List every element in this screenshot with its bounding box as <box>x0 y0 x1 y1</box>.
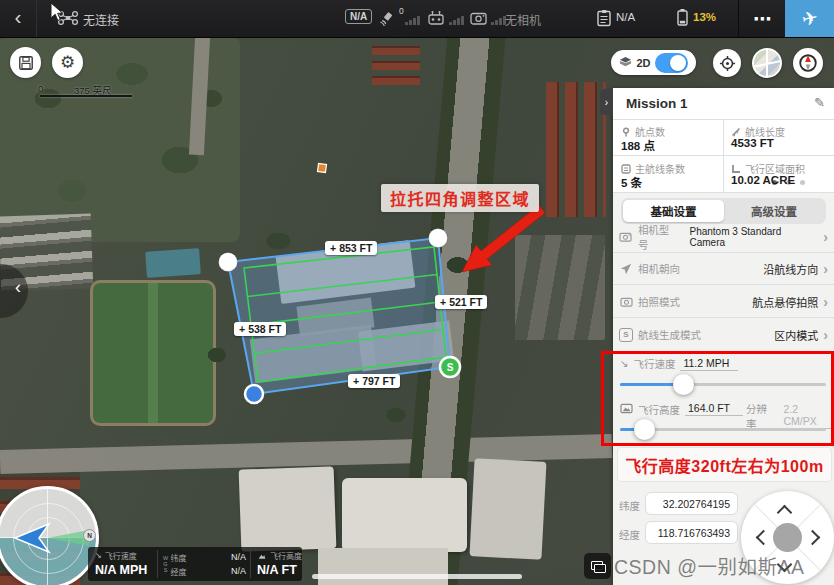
telemetry-speed-value: N/A MPH <box>95 563 157 577</box>
panel-collapse-icon: › <box>605 97 608 108</box>
toggle-knob <box>670 55 686 71</box>
stat-value: 10.02 ACRE <box>731 174 795 186</box>
wgs-label: WGS <box>162 555 168 573</box>
flight-altitude-input[interactable]: 164.0 FT <box>685 402 743 416</box>
scale-start-label: 0 <box>38 83 43 94</box>
telemetry-lat-value: N/A <box>231 552 246 562</box>
battery-icon <box>675 8 690 27</box>
edge-length-value: 521 FT <box>449 296 482 308</box>
latitude-input[interactable]: 32.202764195 <box>645 492 738 515</box>
edge-length-value: 538 FT <box>248 323 281 335</box>
map-mode-pill[interactable]: 2D <box>611 50 696 75</box>
dpad-right-button[interactable] <box>805 530 821 546</box>
minimap-button[interactable] <box>752 48 782 78</box>
takeoff-button[interactable]: ✈ <box>785 0 834 37</box>
flight-altitude-label: 飞行高度 <box>638 402 680 417</box>
battery-percent: 13% <box>693 11 716 23</box>
flight-altitude-icon <box>620 400 633 418</box>
telemetry-lat-label: 纬度 <box>171 552 187 563</box>
main-lines-icon <box>621 164 631 174</box>
camera-status-icon <box>470 11 487 25</box>
locate-icon <box>719 55 736 72</box>
altitude-note: 飞行高度320ft左右为100m <box>617 447 832 482</box>
setting-label: 拍照模式 <box>638 294 680 309</box>
setting-row-route-mode[interactable]: S 航线生成模式 区内模式 › <box>619 319 828 350</box>
edge-length-right[interactable]: + 521 FT <box>435 295 487 309</box>
drawer-chevron-icon: ‹ <box>15 277 21 298</box>
tab-advanced-settings[interactable]: 高级设置 <box>724 200 824 222</box>
back-icon: ‹ <box>15 5 22 29</box>
edge-length-value: 853 FT <box>339 242 372 254</box>
satellite-count: 0 <box>399 6 404 16</box>
flight-speed-input[interactable]: 11.2 MPH <box>680 357 738 371</box>
connection-status: 无连接 <box>83 11 119 28</box>
back-button[interactable]: ‹ <box>0 0 37 37</box>
drone-mission-app: S + 853 FT + 521 FT + 538 FT + 797 FT 拉托… <box>0 0 834 585</box>
setting-label: 相机型号 <box>638 222 680 252</box>
chevron-right-icon: › <box>823 294 828 310</box>
locate-me-button[interactable] <box>713 49 741 77</box>
save-mission-button[interactable] <box>10 47 41 78</box>
flight-speed-icon: ↘ <box>620 358 628 369</box>
save-icon <box>18 55 34 71</box>
tab-basic-settings[interactable]: 基础设置 <box>623 200 724 222</box>
longitude-input[interactable]: 118.716763493 <box>645 521 738 544</box>
route-length-icon <box>731 127 741 137</box>
speed-slider-knob[interactable] <box>673 374 694 395</box>
gear-icon: ⚙ <box>60 54 75 71</box>
map-layers-button[interactable] <box>584 553 611 579</box>
mode-toggle[interactable] <box>655 53 688 73</box>
more-icon: ⋯ <box>753 8 771 30</box>
stat-label: 主航线条数 <box>635 161 685 176</box>
edge-length-left[interactable]: + 538 FT <box>234 322 286 336</box>
latitude-label: 纬度 <box>619 498 640 513</box>
chevron-right-icon: › <box>823 229 828 245</box>
remote-controller-icon <box>427 10 445 26</box>
takeoff-plane-icon: ✈ <box>799 6 819 32</box>
route-mode-icon: S <box>619 328 633 342</box>
setting-row-camera-heading[interactable]: 相机朝向 沿航线方向 › <box>619 253 828 284</box>
home-indicator[interactable] <box>312 574 522 579</box>
map-mode-label: 2D <box>636 57 650 69</box>
telemetry-lon-label: 经度 <box>171 566 187 577</box>
heading-icon <box>619 262 633 276</box>
dpad-center-button[interactable] <box>773 523 802 552</box>
move-handle-icon: + <box>239 323 245 335</box>
camera-signal-bars <box>491 14 506 25</box>
dpad-up-button[interactable] <box>777 505 793 521</box>
move-handle-icon: + <box>440 296 446 308</box>
minimap-thumbnail <box>754 50 780 76</box>
move-handle-icon: + <box>330 242 336 254</box>
setting-row-photo-mode[interactable]: 拍照模式 航点悬停拍照 › <box>619 286 828 317</box>
edit-mission-icon[interactable]: ✎ <box>814 95 825 110</box>
checklist-icon <box>596 9 613 27</box>
layers-icon <box>619 56 632 69</box>
photo-mode-icon <box>619 295 633 309</box>
setting-value: Phantom 3 Standard Camera <box>689 226 818 248</box>
edge-length-top[interactable]: + 853 FT <box>325 241 377 255</box>
rc-signal-bars <box>449 14 464 25</box>
more-menu-button[interactable]: ⋯ <box>739 0 785 37</box>
camera-icon <box>619 230 633 244</box>
move-handle-icon: + <box>353 375 359 387</box>
panel-collapse-tab[interactable]: › <box>600 89 613 115</box>
telemetry-alt-value: N/A FT <box>257 563 302 577</box>
page-dot[interactable] <box>800 180 805 185</box>
checklist-value: N/A <box>616 11 635 23</box>
edge-length-bottom[interactable]: + 797 FT <box>348 374 400 388</box>
setting-row-camera-model[interactable]: 相机型号 Phantom 3 Standard Camera › <box>619 221 828 252</box>
satellite-signal-bars <box>405 14 420 25</box>
altitude-slider-knob[interactable] <box>634 419 655 440</box>
compass-button[interactable] <box>793 48 823 78</box>
dpad-left-button[interactable] <box>756 530 772 546</box>
edge-length-value: 797 FT <box>362 375 395 387</box>
stat-value: 5 条 <box>621 174 642 190</box>
resolution-value: 2.2 CM/PX <box>780 403 834 429</box>
telemetry-alt-label: 飞行高度 <box>270 550 302 561</box>
mission-settings-button[interactable]: ⚙ <box>52 47 83 78</box>
stat-value: 4533 FT <box>731 137 774 149</box>
altitude-icon <box>257 552 267 560</box>
chevron-right-icon: › <box>823 327 828 343</box>
layers-stack-icon <box>591 561 605 572</box>
setting-value: 航点悬停拍照 <box>752 294 818 310</box>
